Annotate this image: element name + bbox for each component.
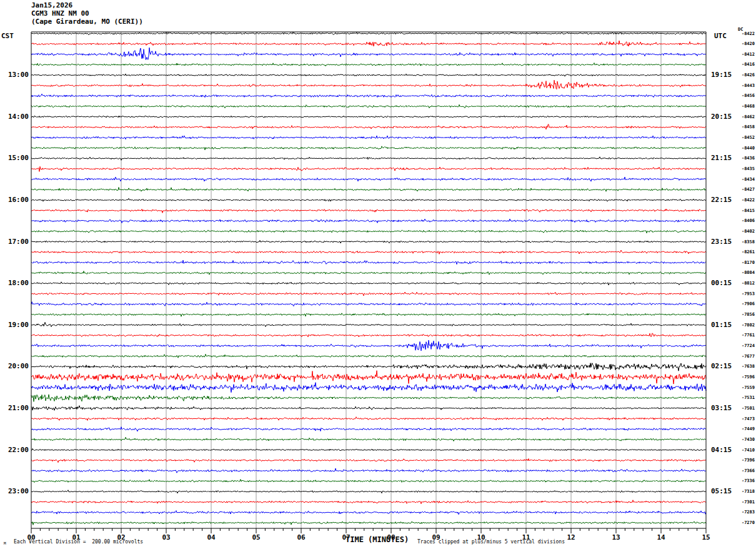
dc-value-row4: -8426 xyxy=(734,73,755,78)
seismic-trace-red-row41 xyxy=(31,459,706,463)
utc-label-23:15: 23:15 xyxy=(711,238,732,246)
dc-value-row40: -7410 xyxy=(734,448,755,453)
dc-value-row13: -8435 xyxy=(734,166,755,171)
seismic-trace-black-row20 xyxy=(31,240,706,243)
helicorder-page: Jan15,2026 CGM3 HNZ NM 00 (Cape Girardea… xyxy=(0,0,756,554)
seismic-trace-black-row40 xyxy=(31,449,706,451)
seismic-trace-black-row16 xyxy=(31,198,706,201)
seismic-trace-green-row27 xyxy=(31,313,706,316)
seismic-trace-black-row44 xyxy=(31,490,706,493)
dc-value-row34: -7559 xyxy=(734,385,755,390)
dc-value-row24: -8012 xyxy=(734,281,755,286)
dc-value-row31: -7677 xyxy=(734,354,755,359)
seismic-trace-blue-row10 xyxy=(31,136,706,139)
dc-value-row7: -8468 xyxy=(734,104,755,109)
dc-value-row45: -7301 xyxy=(734,500,755,505)
utc-label-20:15: 20:15 xyxy=(711,113,732,121)
cst-label-13:00: 13:00 xyxy=(0,71,29,79)
cst-label-16:00: 16:00 xyxy=(0,196,29,204)
seismic-trace-red-row37 xyxy=(31,417,706,421)
dc-value-row39: -7430 xyxy=(734,437,755,442)
seismic-trace-blue-row42 xyxy=(31,468,706,473)
seismic-trace-black-row12 xyxy=(31,157,706,160)
seismic-trace-green-row15 xyxy=(31,188,706,192)
dc-value-row19: -8402 xyxy=(734,229,755,234)
x-tick-06: 06 xyxy=(292,534,311,541)
dc-value-row36: -7501 xyxy=(734,406,755,411)
dc-value-row25: -7953 xyxy=(734,291,755,296)
dc-value-row29: -7761 xyxy=(734,333,755,338)
seismic-trace-green-row47 xyxy=(31,521,706,525)
dc-value-row23: -8084 xyxy=(734,270,755,275)
seismic-trace-green-row23 xyxy=(31,271,706,275)
dc-value-row33: -7596 xyxy=(734,375,755,380)
dc-value-row1: -8420 xyxy=(734,41,755,46)
dc-value-row8: -8462 xyxy=(734,114,755,119)
seismic-trace-black-row4 xyxy=(31,74,706,76)
dc-value-row47: -7270 xyxy=(734,520,755,525)
seismic-trace-green-row35 xyxy=(31,395,706,401)
seismic-trace-blue-row18 xyxy=(31,219,706,223)
dc-value-row11: -8440 xyxy=(734,146,755,151)
dc-value-row14: -8434 xyxy=(734,177,755,182)
dc-value-row3: -8416 xyxy=(734,62,755,67)
seismic-trace-blue-row6 xyxy=(31,94,706,98)
seismic-trace-red-row45 xyxy=(31,500,706,504)
cst-label-17:00: 17:00 xyxy=(0,238,29,246)
seismic-trace-red-row1 xyxy=(31,41,706,46)
dc-value-row27: -7856 xyxy=(734,312,755,317)
seismic-trace-green-row11 xyxy=(31,146,706,150)
cst-label-21:00: 21:00 xyxy=(0,404,29,413)
dc-value-row9: -8458 xyxy=(734,124,755,129)
seismic-trace-blue-row34 xyxy=(31,383,706,393)
dc-value-row20: -8358 xyxy=(734,239,755,244)
dc-value-row42: -7366 xyxy=(734,468,755,473)
utc-label-22:15: 22:15 xyxy=(711,196,732,204)
dc-value-row12: -8436 xyxy=(734,156,755,161)
seismic-trace-green-row31 xyxy=(31,354,706,358)
seismic-trace-green-row7 xyxy=(31,104,706,108)
dc-value-row38: -7449 xyxy=(734,426,755,431)
x-tick-14: 14 xyxy=(652,534,670,541)
dc-value-row6: -8456 xyxy=(734,93,755,98)
cst-label-23:00: 23:00 xyxy=(0,487,29,496)
dc-value-row35: -7531 xyxy=(734,395,755,400)
watermark-mark: M xyxy=(4,541,6,545)
seismic-trace-green-row3 xyxy=(31,63,706,66)
seismogram-plot xyxy=(0,0,756,554)
dc-value-row43: -7336 xyxy=(734,478,755,483)
dc-value-row18: -8406 xyxy=(734,218,755,223)
seismic-trace-blue-row46 xyxy=(31,511,706,515)
seismic-trace-blue-row14 xyxy=(31,177,706,181)
dc-value-row26: -7906 xyxy=(734,301,755,306)
seismic-trace-black-row36 xyxy=(31,406,706,411)
x-tick-13: 13 xyxy=(607,534,625,541)
dc-value-row21: -8261 xyxy=(734,249,755,254)
dc-value-row41: -7396 xyxy=(734,458,755,463)
x-tick-05: 05 xyxy=(247,534,266,541)
seismic-trace-red-row29 xyxy=(31,333,706,337)
utc-label-19:15: 19:15 xyxy=(711,71,732,79)
seismic-trace-black-row28 xyxy=(31,322,706,326)
dc-value-row0: -8422 xyxy=(734,31,755,36)
dc-value-row2: -8412 xyxy=(734,52,755,57)
dc-value-row28: -7802 xyxy=(734,323,755,328)
cst-label-14:00: 14:00 xyxy=(0,113,29,121)
seismic-trace-blue-row30 xyxy=(31,340,706,351)
cst-label-20:00: 20:00 xyxy=(0,362,29,371)
utc-label-00:15: 00:15 xyxy=(711,279,732,288)
dc-value-row46: -7283 xyxy=(734,510,755,515)
seismic-trace-black-row0 xyxy=(31,32,706,35)
dc-value-row37: -7473 xyxy=(734,416,755,421)
seismic-trace-red-row33 xyxy=(31,371,706,384)
dc-value-row44: -7318 xyxy=(734,489,755,494)
dc-value-row32: -7638 xyxy=(734,364,755,369)
seismic-trace-green-row43 xyxy=(31,480,706,483)
cst-label-22:00: 22:00 xyxy=(0,446,29,455)
seismic-trace-red-row17 xyxy=(31,209,706,213)
dc-value-row17: -8415 xyxy=(734,208,755,213)
cst-label-18:00: 18:00 xyxy=(0,279,29,288)
seismic-trace-black-row8 xyxy=(31,116,706,118)
seismic-trace-green-row19 xyxy=(31,230,706,233)
dc-value-row22: -8170 xyxy=(734,260,755,265)
